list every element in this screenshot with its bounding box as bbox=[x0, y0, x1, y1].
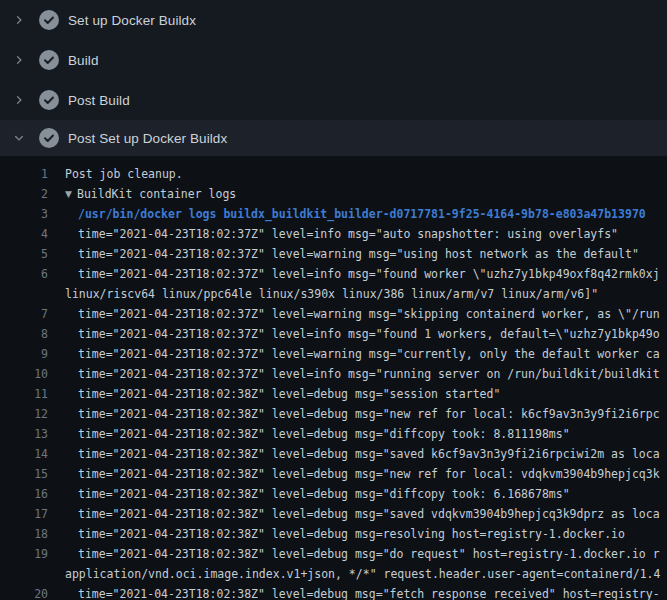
log-line: application/vnd.oci.image.index.v1+json,… bbox=[0, 564, 667, 584]
line-number[interactable]: 20 bbox=[0, 584, 48, 600]
log-line: 1Post job cleanup. bbox=[0, 164, 667, 184]
log-text: time="2021-04-23T18:02:38Z" level=debug … bbox=[48, 504, 667, 524]
log-text: time="2021-04-23T18:02:38Z" level=debug … bbox=[48, 404, 667, 424]
collapse-triangle-icon: ▼ bbox=[65, 184, 77, 204]
line-number[interactable]: 19 bbox=[0, 544, 48, 564]
log-line: 20time="2021-04-23T18:02:38Z" level=debu… bbox=[0, 584, 667, 600]
log-line: 17time="2021-04-23T18:02:38Z" level=debu… bbox=[0, 504, 667, 524]
line-number[interactable]: 3 bbox=[0, 204, 48, 224]
group-title: BuildKit container logs bbox=[77, 187, 236, 201]
log-viewer: 1Post job cleanup.2▼BuildKit container l… bbox=[0, 156, 667, 600]
line-number[interactable]: 14 bbox=[0, 444, 48, 464]
line-number[interactable]: 15 bbox=[0, 464, 48, 484]
line-number[interactable]: 9 bbox=[0, 344, 48, 364]
line-number[interactable]: 16 bbox=[0, 484, 48, 504]
log-text: time="2021-04-23T18:02:38Z" level=debug … bbox=[48, 384, 667, 404]
line-number[interactable]: 13 bbox=[0, 424, 48, 444]
line-number[interactable]: 12 bbox=[0, 404, 48, 424]
actions-log-panel: Set up Docker BuildxBuildPost BuildPost … bbox=[0, 0, 667, 600]
log-text: time="2021-04-23T18:02:37Z" level=info m… bbox=[48, 224, 667, 244]
log-text: time="2021-04-23T18:02:38Z" level=debug … bbox=[48, 424, 667, 444]
steps-list: Set up Docker BuildxBuildPost BuildPost … bbox=[0, 0, 667, 156]
log-text: time="2021-04-23T18:02:38Z" level=debug … bbox=[48, 484, 667, 504]
log-text: Post job cleanup. bbox=[48, 164, 667, 184]
log-line: 8time="2021-04-23T18:02:37Z" level=info … bbox=[0, 324, 667, 344]
log-text: time="2021-04-23T18:02:38Z" level=debug … bbox=[48, 584, 667, 600]
check-circle-icon bbox=[39, 50, 59, 70]
log-line: 3/usr/bin/docker logs buildx_buildkit_bu… bbox=[0, 204, 667, 224]
line-number[interactable]: 11 bbox=[0, 384, 48, 404]
log-text: time="2021-04-23T18:02:38Z" level=debug … bbox=[48, 524, 667, 544]
log-line: 6time="2021-04-23T18:02:37Z" level=info … bbox=[0, 264, 667, 284]
log-line: 13time="2021-04-23T18:02:38Z" level=debu… bbox=[0, 424, 667, 444]
check-circle-icon bbox=[39, 90, 59, 110]
line-number[interactable]: 8 bbox=[0, 324, 48, 344]
step-header-post-set-up-docker-buildx[interactable]: Post Set up Docker Buildx bbox=[0, 120, 667, 156]
step-header-set-up-docker-buildx[interactable]: Set up Docker Buildx bbox=[0, 0, 667, 40]
step-title: Post Build bbox=[68, 93, 130, 108]
line-number[interactable]: 2 bbox=[0, 184, 48, 204]
log-line: 4time="2021-04-23T18:02:37Z" level=info … bbox=[0, 224, 667, 244]
line-number[interactable]: 1 bbox=[0, 164, 48, 184]
log-text: time="2021-04-23T18:02:37Z" level=warnin… bbox=[48, 344, 667, 364]
log-text: time="2021-04-23T18:02:38Z" level=debug … bbox=[48, 464, 667, 484]
line-number[interactable]: 7 bbox=[0, 304, 48, 324]
chevron-right-icon bbox=[12, 93, 26, 107]
command-text: /usr/bin/docker logs buildx_buildkit_bui… bbox=[48, 204, 667, 224]
step-header-post-build[interactable]: Post Build bbox=[0, 80, 667, 120]
log-text: time="2021-04-23T18:02:37Z" level=info m… bbox=[48, 264, 667, 284]
log-line: 10time="2021-04-23T18:02:37Z" level=info… bbox=[0, 364, 667, 384]
log-line: 19time="2021-04-23T18:02:38Z" level=debu… bbox=[0, 544, 667, 564]
log-text: time="2021-04-23T18:02:37Z" level=warnin… bbox=[48, 244, 667, 264]
log-text[interactable]: ▼BuildKit container logs bbox=[48, 184, 667, 204]
line-number[interactable]: 17 bbox=[0, 504, 48, 524]
step-title: Build bbox=[68, 53, 99, 68]
log-line: 5time="2021-04-23T18:02:37Z" level=warni… bbox=[0, 244, 667, 264]
log-line: 14time="2021-04-23T18:02:38Z" level=debu… bbox=[0, 444, 667, 464]
chevron-down-icon bbox=[12, 131, 26, 145]
line-number[interactable]: 4 bbox=[0, 224, 48, 244]
step-header-build[interactable]: Build bbox=[0, 40, 667, 80]
log-text: time="2021-04-23T18:02:38Z" level=debug … bbox=[48, 544, 667, 564]
log-text: linux/riscv64 linux/ppc64le linux/s390x … bbox=[48, 284, 667, 304]
line-number bbox=[0, 284, 48, 304]
chevron-right-icon bbox=[12, 13, 26, 27]
line-number[interactable]: 10 bbox=[0, 364, 48, 384]
log-text: application/vnd.oci.image.index.v1+json,… bbox=[48, 564, 667, 584]
log-line: 2▼BuildKit container logs bbox=[0, 184, 667, 204]
log-text: time="2021-04-23T18:02:37Z" level=info m… bbox=[48, 364, 667, 384]
line-number[interactable]: 18 bbox=[0, 524, 48, 544]
log-line: linux/riscv64 linux/ppc64le linux/s390x … bbox=[0, 284, 667, 304]
check-circle-icon bbox=[39, 128, 59, 148]
log-line: 9time="2021-04-23T18:02:37Z" level=warni… bbox=[0, 344, 667, 364]
step-title: Post Set up Docker Buildx bbox=[68, 131, 227, 146]
log-text: time="2021-04-23T18:02:37Z" level=warnin… bbox=[48, 304, 667, 324]
line-number bbox=[0, 564, 48, 584]
log-text: time="2021-04-23T18:02:38Z" level=debug … bbox=[48, 444, 667, 464]
check-circle-icon bbox=[39, 10, 59, 30]
log-line: 16time="2021-04-23T18:02:38Z" level=debu… bbox=[0, 484, 667, 504]
log-text: time="2021-04-23T18:02:37Z" level=info m… bbox=[48, 324, 667, 344]
line-number[interactable]: 6 bbox=[0, 264, 48, 284]
line-number[interactable]: 5 bbox=[0, 244, 48, 264]
log-line: 15time="2021-04-23T18:02:38Z" level=debu… bbox=[0, 464, 667, 484]
log-line: 11time="2021-04-23T18:02:38Z" level=debu… bbox=[0, 384, 667, 404]
log-line: 18time="2021-04-23T18:02:38Z" level=debu… bbox=[0, 524, 667, 544]
log-line: 7time="2021-04-23T18:02:37Z" level=warni… bbox=[0, 304, 667, 324]
step-title: Set up Docker Buildx bbox=[68, 13, 196, 28]
log-line: 12time="2021-04-23T18:02:38Z" level=debu… bbox=[0, 404, 667, 424]
chevron-right-icon bbox=[12, 53, 26, 67]
